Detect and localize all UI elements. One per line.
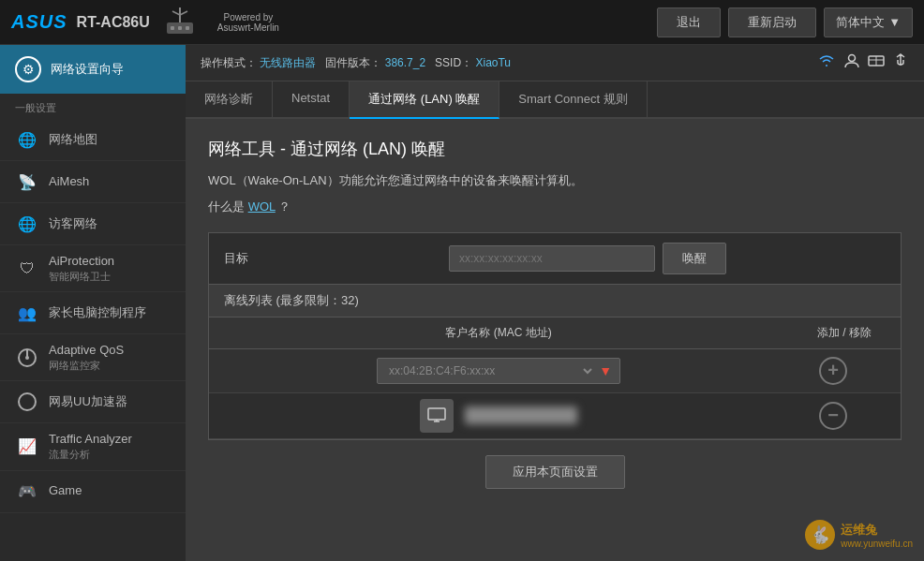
globe-icon: 🌐 (15, 127, 39, 152)
col-action-header: 添加 / 移除 (788, 317, 901, 348)
sidebar-item-aiprotection[interactable]: 🛡 AiProtection 智能网络卫士 (0, 245, 186, 292)
firmware-value[interactable]: 386.7_2 (385, 56, 425, 69)
mac-dropdown-select[interactable]: xx:04:2B:C4:F6:xx:xx (385, 363, 595, 378)
wol-link[interactable]: WOL (248, 199, 276, 214)
watermark-text: 运维兔 www.yunweifu.cn (841, 522, 913, 549)
powered-by: Powered by Asuswrt-Merlin (217, 12, 279, 33)
logo-area: ASUS RT-AC86U Powered by Asuswrt-Merlin (11, 6, 279, 39)
top-bar: ASUS RT-AC86U Powered by Asuswrt-Merlin … (0, 0, 924, 45)
table-row: xx:04:2B:C4:F6:xx:xx ▼ + (209, 349, 901, 393)
target-label: 目标 (224, 250, 449, 267)
network-icon[interactable] (868, 52, 885, 73)
apply-button[interactable]: 应用本页面设置 (485, 455, 625, 489)
svg-rect-14 (428, 408, 445, 420)
client-cell: xx:04:2B:C4:F6:xx:xx ▼ (220, 358, 777, 384)
mode-value[interactable]: 无线路由器 (260, 56, 316, 69)
chevron-down-icon: ▼ (888, 15, 901, 29)
target-input[interactable] (449, 245, 655, 272)
sidebar-item-guest-network[interactable]: 🌐 访客网络 (0, 203, 186, 245)
sidebar-wizard[interactable]: ⚙ 网络设置向导 (0, 45, 186, 94)
mac-dropdown-wrapper: xx:04:2B:C4:F6:xx:xx ▼ (377, 358, 620, 384)
sidebar-item-game[interactable]: 🎮 Game (0, 471, 186, 513)
tab-network-diag[interactable]: 网络诊断 (186, 81, 273, 117)
reboot-button[interactable]: 重新启动 (728, 7, 816, 37)
wake-button[interactable]: 唤醒 (663, 243, 726, 274)
sidebar-item-traffic-analyzer[interactable]: 📈 Traffic Analyzer 流量分析 (0, 423, 186, 470)
svg-line-5 (172, 11, 180, 15)
tabs-bar: 网络诊断 Netstat 通过网络 (LAN) 唤醒 Smart Connect… (186, 81, 924, 119)
sidebar-item-aimesh[interactable]: 📡 AiMesh (0, 161, 186, 203)
monitor-icon (420, 399, 454, 433)
svg-point-10 (849, 55, 856, 62)
svg-point-8 (25, 356, 29, 360)
device-name: ██████████ (465, 406, 577, 424)
sidebar-item-label: Traffic Analyzer (49, 432, 132, 448)
guest-icon: 🌐 (15, 212, 39, 236)
watermark-icon: 🐇 (805, 520, 835, 550)
remove-button[interactable]: − (819, 402, 847, 430)
svg-point-9 (19, 393, 36, 410)
aimesh-icon: 📡 (15, 170, 39, 194)
user-icon[interactable] (843, 52, 860, 73)
top-buttons: 退出 重新启动 简体中文 ▼ (657, 7, 913, 37)
status-icons (817, 52, 909, 73)
sidebar: ⚙ 网络设置向导 一般设置 🌐 网络地图 📡 AiMesh 🌐 访客网络 🛡 A (0, 45, 186, 561)
language-button[interactable]: 简体中文 ▼ (824, 7, 913, 37)
svg-rect-2 (178, 26, 182, 30)
offline-header: 离线列表 (最多限制：32) (209, 285, 901, 317)
sidebar-item-label: 家长电脑控制程序 (49, 305, 146, 319)
offline-table-header: 客户名称 (MAC 地址) 添加 / 移除 (209, 317, 901, 349)
tab-netstat[interactable]: Netstat (273, 81, 350, 117)
sidebar-item-sublabel: 网络监控家 (49, 359, 124, 372)
device-cell: ██████████ (220, 399, 777, 433)
sidebar-item-parental-control[interactable]: 👥 家长电脑控制程序 (0, 292, 186, 334)
ssid-label: SSID： (435, 56, 472, 69)
col-client-header: 客户名称 (MAC 地址) (209, 317, 788, 348)
logout-button[interactable]: 退出 (657, 7, 721, 37)
wifi-icon[interactable] (817, 53, 836, 72)
tab-wol[interactable]: 通过网络 (LAN) 唤醒 (350, 81, 499, 119)
action-cell: − (777, 402, 889, 430)
what-is-wol: 什么是 WOL ？ (208, 199, 902, 215)
svg-line-6 (180, 11, 187, 15)
shield-icon: 🛡 (15, 257, 39, 281)
sidebar-item-sublabel: 智能网络卫士 (49, 270, 114, 283)
watermark: 🐇 运维兔 www.yunweifu.cn (805, 520, 913, 550)
section-label: 一般设置 (0, 94, 186, 119)
uu-icon (15, 390, 39, 414)
sidebar-item-label: 网易UU加速器 (49, 394, 127, 408)
wizard-label: 网络设置向导 (51, 61, 124, 78)
sidebar-item-label: 访客网络 (49, 216, 97, 230)
page-title: 网络工具 - 通过网络 (LAN) 唤醒 (208, 138, 902, 160)
offline-table: 客户名称 (MAC 地址) 添加 / 移除 xx:04:2B:C4:F6:xx:… (209, 317, 901, 439)
mode-label: 操作模式： (201, 56, 257, 69)
dropdown-arrow-icon: ▼ (599, 363, 612, 378)
sidebar-item-label: Game (49, 483, 82, 497)
qos-icon (15, 346, 39, 370)
offline-section: 离线列表 (最多限制：32) 客户名称 (MAC 地址) 添加 / 移除 xx:… (208, 284, 902, 440)
sidebar-item-uu-accelerator[interactable]: 网易UU加速器 (0, 381, 186, 423)
status-info: 操作模式： 无线路由器 固件版本： 386.7_2 SSID： XiaoTu (201, 55, 511, 71)
tab-smart-connect[interactable]: Smart Connect 规则 (499, 81, 647, 117)
add-button[interactable]: + (819, 357, 847, 385)
sidebar-item-label: AiMesh (49, 174, 89, 188)
status-bar: 操作模式： 无线路由器 固件版本： 386.7_2 SSID： XiaoTu (186, 45, 924, 81)
router-icon (159, 6, 201, 39)
ssid-value[interactable]: XiaoTu (475, 56, 511, 69)
sidebar-item-sublabel: 流量分析 (49, 448, 132, 461)
target-row: 目标 唤醒 (208, 232, 902, 284)
apply-row: 应用本页面设置 (208, 440, 902, 504)
sidebar-item-label: AiProtection (49, 254, 114, 270)
language-label: 简体中文 (836, 14, 885, 31)
page-content: 网络工具 - 通过网络 (LAN) 唤醒 WOL（Wake-On-LAN）功能允… (186, 119, 924, 561)
firmware-label: 固件版本： (325, 56, 381, 69)
svg-rect-3 (186, 26, 189, 30)
model-name: RT-AC86U (77, 14, 150, 31)
sidebar-item-network-map[interactable]: 🌐 网络地图 (0, 119, 186, 161)
sidebar-item-adaptive-qos[interactable]: Adaptive QoS 网络监控家 (0, 334, 186, 381)
usb-icon[interactable] (892, 52, 909, 73)
parental-icon: 👥 (15, 301, 39, 325)
content-area: 操作模式： 无线路由器 固件版本： 386.7_2 SSID： XiaoTu (186, 45, 924, 561)
traffic-icon: 📈 (15, 435, 39, 459)
description-text: WOL（Wake-On-LAN）功能允许您通过网络中的设备来唤醒计算机。 (208, 171, 902, 191)
